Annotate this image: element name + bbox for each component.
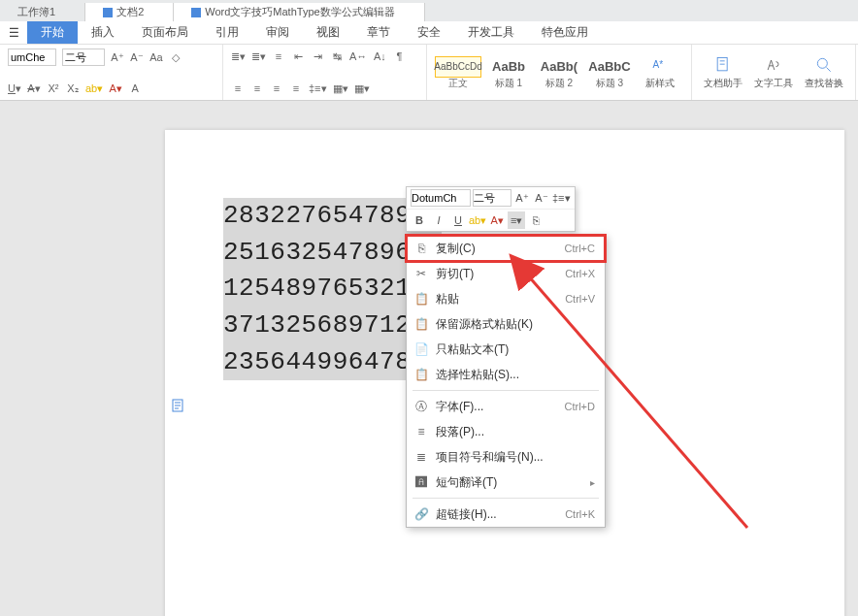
text-tools-label: 文字工具 [754,77,793,90]
menu-view[interactable]: 视图 [303,21,353,44]
context-separator-1 [412,390,599,391]
context-cut[interactable]: ✂ 剪切(T) Ctrl+X [407,261,605,286]
align-right-button[interactable]: ≡ [270,81,283,96]
document-tabstrip: 工作簿1 文档2 Word文字技巧MathType数学公式编辑器 [0,0,858,21]
mini-grow-font[interactable]: A⁺ [513,189,531,207]
page-side-icon[interactable] [171,398,186,413]
context-cut-shortcut: Ctrl+X [565,268,595,279]
grow-font-button[interactable]: A⁺ [111,49,124,65]
ribbon: A⁺ A⁻ Aa ◇ U▾ A▾ X² X₂ ab▾ A▾ A ≣▾ ≣▾ ≡ … [0,45,858,101]
menu-chapter[interactable]: 章节 [353,21,404,44]
numbering-button[interactable]: ≣▾ [251,49,266,64]
mini-font-select[interactable] [411,189,471,207]
context-paste[interactable]: 📋 粘贴 Ctrl+V [407,286,605,311]
menu-references[interactable]: 引用 [202,21,252,44]
context-paste-text-only[interactable]: 📄 只粘贴文本(T) [407,337,605,362]
menu-start[interactable]: 开始 [27,21,78,44]
context-translate-label: 短句翻译(T) [430,474,590,491]
change-case-button[interactable]: Aa [149,49,163,65]
menu-review[interactable]: 审阅 [252,21,303,44]
scissors-icon: ✂ [412,267,430,280]
bullets-button[interactable]: ≣▾ [231,49,246,64]
decrease-indent-button[interactable]: ⇤ [291,49,305,64]
document-tab-3[interactable]: Word文字技巧MathType数学公式编辑器 [174,3,424,21]
increase-indent-button[interactable]: ⇥ [311,49,324,64]
text-tools-button[interactable]: 文字工具 [750,55,797,90]
subscript-button[interactable]: X₂ [66,81,80,96]
context-translate[interactable]: 🅰 短句翻译(T) ▸ [407,470,605,495]
menu-security[interactable]: 安全 [404,21,454,44]
mini-insert[interactable]: ⎘ [527,211,544,229]
char-shading-button[interactable]: A [128,81,142,96]
align-left-button[interactable]: ≡ [231,81,245,96]
style-title1[interactable]: AaBb 标题 1 [485,56,532,89]
document-tab-1[interactable]: 工作簿1 [0,3,85,21]
context-menu: ⎘ 复制(C) Ctrl+C ✂ 剪切(T) Ctrl+X 📋 粘贴 Ctrl+… [406,235,606,528]
context-hyperlink-shortcut: Ctrl+K [565,508,595,520]
font-icon: Ⓐ [412,399,430,415]
svg-text:A*: A* [653,59,664,70]
context-paragraph[interactable]: ≡ 段落(P)... [407,419,605,444]
borders-button[interactable]: ▦▾ [354,81,370,96]
mini-highlight[interactable]: ab▾ [469,211,486,229]
style-title2[interactable]: AaBb( 标题 2 [536,56,582,89]
style-zhengwen[interactable]: AaBbCcDd 正文 [435,56,481,89]
doc-helper-button[interactable]: 文档助手 [700,55,746,90]
tab-button[interactable]: ↹ [330,49,344,64]
clipboard-text-icon: 📄 [412,342,430,356]
align-dist-button[interactable]: ≡ [272,49,285,64]
svg-point-2 [817,58,827,68]
font-size-select[interactable] [62,49,105,66]
find-replace-button[interactable]: 查找替换 [801,55,847,90]
context-bullets[interactable]: ≣ 项目符号和编号(N)... [407,444,605,470]
show-marks-button[interactable]: ¶ [392,49,406,64]
style-title2-label: 标题 2 [536,78,582,89]
menu-pagelayout[interactable]: 页面布局 [128,21,202,44]
mini-fontcolor[interactable]: A▾ [488,211,506,229]
style-title3[interactable]: AaBbC 标题 3 [586,56,633,89]
clear-format-button[interactable]: ◇ [169,49,182,65]
clipboard-icon: 📋 [412,292,430,306]
strike-button[interactable]: A▾ [27,81,41,96]
context-paste-keep-label: 保留源格式粘贴(K) [430,316,595,333]
menu-insert[interactable]: 插入 [78,21,128,44]
context-paste-keep-format[interactable]: 📋 保留源格式粘贴(K) [407,311,605,337]
clipboard-format-icon: 📋 [412,317,430,331]
submenu-arrow-icon: ▸ [590,477,595,488]
font-color-button[interactable]: A▾ [109,81,122,96]
menu-devtools[interactable]: 开发工具 [454,21,528,44]
align-justify-button[interactable]: ≡ [289,81,303,96]
context-paste-special-label: 选择性粘贴(S)... [430,367,595,383]
font-name-select[interactable] [8,49,56,66]
line-spacing-button[interactable]: ‡≡▾ [309,81,327,96]
sort-button[interactable]: A↓ [373,49,386,64]
mini-size-select[interactable] [473,189,512,207]
context-font-label: 字体(F)... [430,399,565,415]
char-scale-button[interactable]: A↔ [349,49,367,64]
context-copy-label: 复制(C) [430,241,565,257]
context-paste-text-label: 只粘贴文本(T) [430,341,595,358]
context-font[interactable]: Ⓐ 字体(F)... Ctrl+D [407,394,605,419]
new-style-icon: A* [650,55,670,75]
mini-italic[interactable]: I [430,211,447,229]
highlight-button[interactable]: ab▾ [85,81,103,96]
menu-special[interactable]: 特色应用 [528,21,602,44]
app-menu-icon[interactable]: ☰ [0,21,27,44]
superscript-button[interactable]: X² [47,81,60,96]
context-paste-special[interactable]: 📋 选择性粘贴(S)... [407,362,605,387]
context-bullets-label: 项目符号和编号(N)... [430,449,595,466]
shading-button[interactable]: ▦▾ [333,81,348,96]
context-hyperlink[interactable]: 🔗 超链接(H)... Ctrl+K [407,502,605,527]
mini-align[interactable]: ≡▾ [508,211,525,229]
underline-button[interactable]: U▾ [8,81,21,96]
mini-underline[interactable]: U [449,211,467,229]
mini-bold[interactable]: B [411,211,428,229]
new-style-button[interactable]: A* 新样式 [637,55,683,90]
mini-linespacing[interactable]: ‡≡▾ [552,189,571,207]
shrink-font-button[interactable]: A⁻ [130,49,144,65]
search-icon [814,55,834,75]
context-copy[interactable]: ⎘ 复制(C) Ctrl+C [407,236,605,261]
align-center-button[interactable]: ≡ [250,81,264,96]
mini-shrink-font[interactable]: A⁻ [533,189,550,207]
document-tab-2[interactable]: 文档2 [85,3,174,21]
